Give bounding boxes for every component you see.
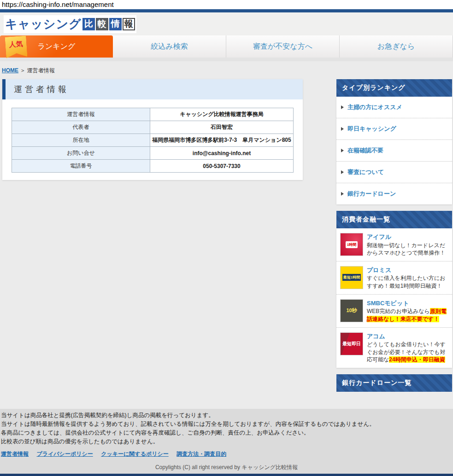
breadcrumb-home-link[interactable]: HOME [2,67,18,74]
sidebar-item-label: 在籍確認不要 [347,146,383,155]
ranking-widget: 主婦の方にオススメ 即日キャッシング 在籍確認不要 審査について 銀行カードロー… [336,97,452,204]
breadcrumb-separator: ＞ [20,67,25,74]
page-title: 運営者情報 [2,79,303,99]
footer-links: 運営者情報 プライバシーポリシー クッキーに関するポリシー 調査方法・調査目的 [1,450,452,458]
aiful-banner-image[interactable]: 1時間 [340,233,363,256]
arrow-right-icon [341,192,344,196]
logo-box-3: 情 [109,18,122,30]
logo-box-4: 報 [123,18,135,30]
footer-disclaimer-line: 比較表の並び順は商品の優劣を示したものではありません。 [1,438,452,446]
promise-banner-image[interactable]: 最短1時間 [340,266,363,289]
footer-disclaimer-line: 各商品につきましては、提供会社の公式サイトにて内容を再度確認し、ご自身の判断、責… [1,429,452,437]
lender-item-acom: 最短即日 アコム どうしてもお金借りたい！今すぐお金が必要！そんな方でも対応可能… [336,328,452,368]
row-label: 運営者情報 [12,108,150,121]
lender-item-promise: 最短1時間 プロミス すぐに借入を利用したい方におすすめ！最短1時間即日融資！ [336,261,452,295]
banner-text: 1時間 [346,241,358,248]
lender-link-acom[interactable]: アコム [367,332,448,341]
main-column: 運営者情報 運営者情報 キャッシング比較情報運営事務局 代表者 石田智宏 所在地 [2,79,303,392]
main-nav: ランキング 絞込み検索 審査が不安な方へ お急ぎなら 人気 [0,35,453,58]
table-row: 運営者情報 キャッシング比較情報運営事務局 [12,108,294,121]
row-label: 所在地 [12,134,150,147]
arrow-right-icon [341,149,344,152]
lender-desc: 郵送物一切なし！カードレスだからスマホひとつで簡単操作！ [367,242,446,256]
sidebar-item-screening[interactable]: 審査について [336,162,452,183]
logo-box-1: 比 [82,18,95,30]
sidebar-item-label: 主婦の方にオススメ [347,103,402,111]
consumer-finance-widget-header: 消費者金融一覧 [336,211,452,228]
footer-link-survey-method[interactable]: 調査方法・調査目的 [176,451,226,457]
sidebar-item-label: 銀行カードローン [347,190,396,198]
arrow-right-icon [341,105,344,109]
site-footer: 当サイトは商品各社と提携(広告掲載契約を締結)し商品の掲載を行っております。 当… [0,409,453,474]
site-logo[interactable]: キャッシング 比 較 情 報 [4,15,136,33]
row-label: お問い合せ [12,147,150,160]
consumer-finance-widget: 1時間 アイフル 郵送物一切なし！カードレスだからスマホひとつで簡単操作！ 最短… [336,228,452,368]
lender-link-mobit[interactable]: SMBCモビット [367,299,448,308]
breadcrumb: HOME ＞ 運営者情報 [0,66,453,79]
bank-loans-widget-header: 銀行カードローン一覧 [336,374,452,392]
row-value: キャッシング比較情報運営事務局 [150,108,294,121]
browser-url-bar[interactable]: https://cashing-info.net/management [0,0,453,9]
row-label: 代表者 [12,121,150,134]
sidebar-item-sameday[interactable]: 即日キャッシング [336,118,452,140]
footer-disclaimer-line: 当サイトは随時最新情報を提供するよう努めており、記載されている情報には万全を期し… [1,420,452,428]
table-row: お問い合せ info@cashing-info.net [12,147,294,160]
footer-disclaimer-line: 当サイトは商品各社と提携(広告掲載契約を締結)し商品の掲載を行っております。 [1,412,452,419]
bottom-divider [0,474,453,476]
lender-link-promise[interactable]: プロミス [367,266,448,274]
table-row: 電話番号 050-5307-7330 [12,160,294,173]
nav-tab-anxious[interactable]: 審査が不安な方へ [226,35,340,58]
lender-desc: すぐに借入を利用したい方におすすめ！最短1時間即日融資！ [367,275,446,289]
lender-item-mobit: 10秒 SMBCモビット WEB完結のお申込みなら原則電話連絡なし！来店不要です… [336,295,452,328]
copyright-text: Copylights (C) all right reserved by キャッ… [1,464,452,471]
footer-link-operator-info[interactable]: 運営者情報 [1,451,29,457]
lender-highlight: 24時間申込・即日融資 [389,356,445,363]
page-content: HOME ＞ 運営者情報 運営者情報 運営者情報 キャッシング比較情報運営事務局… [0,61,453,409]
top-divider [0,9,453,12]
table-row: 代表者 石田智宏 [12,121,294,134]
row-label: 電話番号 [12,160,150,173]
sidebar-item-housewife[interactable]: 主婦の方にオススメ [336,97,452,118]
ranking-widget-header: タイプ別ランキング [336,79,452,97]
logo-box-2: 較 [96,18,108,30]
banner-text: 最短即日 [342,341,361,347]
sidebar-item-label: 審査について [347,168,384,176]
lender-desc: WEB完結のお申込みなら [367,308,430,314]
mobit-banner-image[interactable]: 10秒 [340,299,363,322]
lender-item-aiful: 1時間 アイフル 郵送物一切なし！カードレスだからスマホひとつで簡単操作！ [336,228,452,261]
arrow-right-icon [341,127,344,131]
site-header: キャッシング 比 較 情 報 [0,12,453,35]
logo-text: キャッシング [5,16,82,32]
row-value: 050-5307-7330 [150,160,294,173]
table-row: 所在地 福岡県福岡市博多区博多駅前3-7-3 皐月マンション805 [12,134,294,147]
sidebar-item-bank-loan[interactable]: 銀行カードローン [336,183,452,204]
nav-tab-urgent[interactable]: お急ぎなら [340,35,453,58]
arrow-right-icon [341,170,344,174]
acom-banner-image[interactable]: 最短即日 [340,332,363,355]
nav-bottom-strip [0,58,453,61]
sidebar-item-no-verification[interactable]: 在籍確認不要 [336,140,452,162]
row-value: 石田智宏 [150,121,294,134]
nav-tab-search[interactable]: 絞込み検索 [113,35,226,58]
sidebar: タイプ別ランキング 主婦の方にオススメ 即日キャッシング 在籍確認不要 審査につ… [336,79,452,392]
operator-info-table: 運営者情報 キャッシング比較情報運営事務局 代表者 石田智宏 所在地 福岡県福岡… [12,108,294,173]
row-value: 福岡県福岡市博多区博多駅前3-7-3 皐月マンション805 [150,134,294,147]
footer-link-privacy-policy[interactable]: プライバシーポリシー [36,451,93,457]
row-value: info@cashing-info.net [150,147,294,160]
breadcrumb-current: 運営者情報 [27,67,55,74]
lender-link-aiful[interactable]: アイフル [367,233,448,241]
footer-link-cookie-policy[interactable]: クッキーに関するポリシー [101,451,169,457]
banner-text: 10秒 [346,307,357,314]
banner-text: 最短1時間 [342,274,361,281]
sidebar-item-label: 即日キャッシング [347,125,396,133]
